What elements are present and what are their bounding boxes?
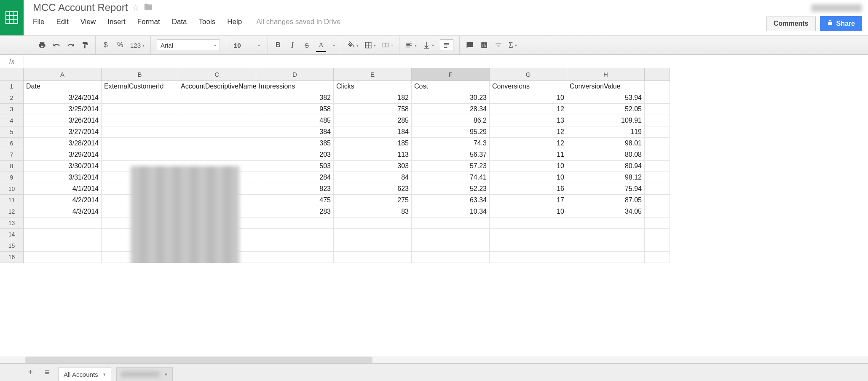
text-wrap-button[interactable] bbox=[440, 39, 453, 51]
cell-E5[interactable]: 184 bbox=[334, 126, 412, 138]
cell-E11[interactable]: 275 bbox=[334, 195, 412, 206]
cell-G12[interactable]: 10 bbox=[490, 206, 567, 217]
menu-view[interactable]: View bbox=[80, 18, 96, 26]
fill-color-button[interactable]: ▾ bbox=[347, 39, 359, 51]
cell-F9[interactable]: 74.41 bbox=[412, 172, 490, 183]
italic-button[interactable]: I bbox=[288, 39, 297, 51]
cell-H2[interactable]: 53.94 bbox=[567, 92, 645, 104]
cell-D1[interactable]: Impressions bbox=[256, 81, 334, 92]
bold-button[interactable]: B bbox=[274, 39, 282, 51]
format-currency[interactable]: $ bbox=[102, 39, 110, 51]
cell-A13[interactable] bbox=[24, 217, 102, 229]
cell-H4[interactable]: 109.91 bbox=[567, 115, 645, 126]
cell-G4[interactable]: 13 bbox=[490, 115, 567, 126]
filter-icon[interactable] bbox=[494, 39, 503, 51]
cell-trailing-2[interactable] bbox=[645, 92, 670, 104]
select-all-corner[interactable] bbox=[0, 68, 24, 81]
text-color-button[interactable]: A bbox=[317, 39, 325, 51]
cell-E8[interactable]: 303 bbox=[334, 161, 412, 172]
col-header-H[interactable]: H bbox=[567, 68, 645, 81]
cell-G7[interactable]: 11 bbox=[490, 149, 567, 161]
cell-G6[interactable]: 12 bbox=[490, 138, 567, 149]
row-header-14[interactable]: 14 bbox=[0, 229, 24, 240]
cell-G16[interactable] bbox=[490, 252, 567, 263]
cell-A10[interactable]: 4/1/2014 bbox=[24, 183, 102, 195]
cell-trailing-11[interactable] bbox=[645, 195, 670, 206]
cell-G14[interactable] bbox=[490, 229, 567, 240]
cell-B6[interactable] bbox=[102, 138, 178, 149]
cell-F10[interactable]: 52.23 bbox=[412, 183, 490, 195]
cell-A3[interactable]: 3/25/2014 bbox=[24, 104, 102, 115]
cell-F1[interactable]: Cost bbox=[412, 81, 490, 92]
cell-C7[interactable] bbox=[178, 149, 256, 161]
menu-format[interactable]: Format bbox=[137, 18, 160, 26]
cell-trailing-4[interactable] bbox=[645, 115, 670, 126]
undo-icon[interactable] bbox=[52, 39, 61, 51]
font-size-select[interactable]: 10▾ bbox=[232, 42, 262, 49]
cell-C6[interactable] bbox=[178, 138, 256, 149]
menu-help[interactable]: Help bbox=[227, 18, 242, 26]
col-header-D[interactable]: D bbox=[256, 68, 334, 81]
cell-H14[interactable] bbox=[567, 229, 645, 240]
cell-trailing-9[interactable] bbox=[645, 172, 670, 183]
doc-title[interactable]: MCC Account Report bbox=[33, 2, 128, 13]
cell-C2[interactable] bbox=[178, 92, 256, 104]
cell-G2[interactable]: 10 bbox=[490, 92, 567, 104]
cell-D2[interactable]: 382 bbox=[256, 92, 334, 104]
cell-G15[interactable] bbox=[490, 240, 567, 252]
cell-D14[interactable] bbox=[256, 229, 334, 240]
cell-G5[interactable]: 12 bbox=[490, 126, 567, 138]
cell-F14[interactable] bbox=[412, 229, 490, 240]
cell-H3[interactable]: 52.05 bbox=[567, 104, 645, 115]
share-button[interactable]: Share bbox=[820, 16, 862, 31]
cell-B3[interactable] bbox=[102, 104, 178, 115]
cell-E3[interactable]: 758 bbox=[334, 104, 412, 115]
cell-F2[interactable]: 30.23 bbox=[412, 92, 490, 104]
cell-H15[interactable] bbox=[567, 240, 645, 252]
insert-comment-icon[interactable] bbox=[466, 39, 474, 51]
cell-E16[interactable] bbox=[334, 252, 412, 263]
cell-H13[interactable] bbox=[567, 217, 645, 229]
cell-G10[interactable]: 16 bbox=[490, 183, 567, 195]
row-header-8[interactable]: 8 bbox=[0, 161, 24, 172]
cell-trailing-1[interactable] bbox=[645, 81, 670, 92]
paint-format-icon[interactable] bbox=[81, 39, 89, 51]
comments-button[interactable]: Comments bbox=[766, 16, 816, 31]
row-header-7[interactable]: 7 bbox=[0, 149, 24, 161]
cell-E1[interactable]: Clicks bbox=[334, 81, 412, 92]
cell-trailing-3[interactable] bbox=[645, 104, 670, 115]
cell-E9[interactable]: 84 bbox=[334, 172, 412, 183]
cell-G8[interactable]: 10 bbox=[490, 161, 567, 172]
cell-C1[interactable]: AccountDescriptiveName bbox=[178, 81, 256, 92]
cell-D6[interactable]: 385 bbox=[256, 138, 334, 149]
row-header-5[interactable]: 5 bbox=[0, 126, 24, 138]
cell-D11[interactable]: 475 bbox=[256, 195, 334, 206]
cell-A4[interactable]: 3/26/2014 bbox=[24, 115, 102, 126]
col-header-G[interactable]: G bbox=[490, 68, 567, 81]
cell-A15[interactable] bbox=[24, 240, 102, 252]
row-header-9[interactable]: 9 bbox=[0, 172, 24, 183]
cell-A14[interactable] bbox=[24, 229, 102, 240]
borders-button[interactable]: ▾ bbox=[364, 39, 376, 51]
cell-D15[interactable] bbox=[256, 240, 334, 252]
insert-chart-icon[interactable] bbox=[480, 39, 488, 51]
cell-D7[interactable]: 203 bbox=[256, 149, 334, 161]
menu-tools[interactable]: Tools bbox=[199, 18, 216, 26]
font-family-select[interactable]: Arial▾ bbox=[157, 39, 220, 51]
cell-A2[interactable]: 3/24/2014 bbox=[24, 92, 102, 104]
row-header-3[interactable]: 3 bbox=[0, 104, 24, 115]
cell-C4[interactable] bbox=[178, 115, 256, 126]
cell-F12[interactable]: 10.34 bbox=[412, 206, 490, 217]
cell-H9[interactable]: 98.12 bbox=[567, 172, 645, 183]
cell-D9[interactable]: 284 bbox=[256, 172, 334, 183]
cell-E15[interactable] bbox=[334, 240, 412, 252]
row-header-11[interactable]: 11 bbox=[0, 195, 24, 206]
cell-F11[interactable]: 63.34 bbox=[412, 195, 490, 206]
strikethrough-button[interactable]: S bbox=[303, 39, 311, 51]
cell-A12[interactable]: 4/3/2014 bbox=[24, 206, 102, 217]
cell-H10[interactable]: 75.94 bbox=[567, 183, 645, 195]
cell-H8[interactable]: 80.94 bbox=[567, 161, 645, 172]
cell-E2[interactable]: 182 bbox=[334, 92, 412, 104]
cell-A16[interactable] bbox=[24, 252, 102, 263]
cell-trailing-6[interactable] bbox=[645, 138, 670, 149]
